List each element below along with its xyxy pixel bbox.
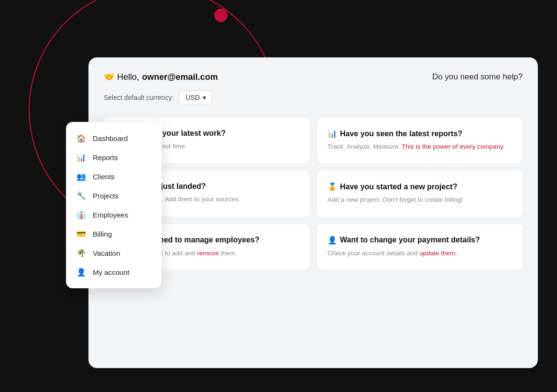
sidebar-item-clients-label: Clients	[93, 173, 115, 181]
user-email: owner@email.com	[142, 72, 218, 82]
greeting: 🤝 Hello, owner@email.com	[104, 72, 218, 82]
greeting-emoji: 🤝	[104, 72, 114, 82]
medal-icon: 🏅	[328, 182, 337, 191]
reports-desc-highlight: This is the power of every company.	[402, 143, 504, 150]
card-payment-title: 👤 Want to change your payment details?	[328, 236, 512, 245]
currency-value: USD	[186, 94, 200, 101]
sidebar-item-projects[interactable]: 🔧 Projects	[66, 186, 162, 205]
chevron-down-icon: ▾	[203, 94, 206, 101]
header-row: 🤝 Hello, owner@email.com Do you need som…	[104, 72, 523, 82]
employees-icon: 👔	[76, 210, 86, 219]
sidebar-item-employees-label: Employees	[93, 211, 128, 219]
sidebar-item-employees[interactable]: 👔 Employees	[66, 205, 162, 224]
card-new-project-desc: Add a new project. Don't forget to creat…	[328, 195, 512, 205]
update-link[interactable]: update them.	[419, 250, 457, 257]
sidebar-item-billing-label: Billing	[93, 230, 112, 238]
currency-select[interactable]: USD ▾	[179, 91, 212, 104]
help-text: Do you need some help?	[432, 72, 523, 82]
my-account-icon: 👤	[76, 267, 86, 277]
sidebar-item-vacation-label: Vacation	[93, 249, 120, 257]
card-new-project: 🏅 Have you started a new project? Add a …	[317, 171, 523, 216]
vacation-icon: 🌴	[76, 248, 86, 258]
currency-row: Select default currency: USD ▾	[104, 91, 523, 104]
card-payment: 👤 Want to change your payment details? C…	[317, 224, 523, 270]
sidebar-menu: 🏠 Dashboard 📊 Reports 👥 Clients 🔧 Projec…	[66, 122, 162, 288]
clients-icon: 👥	[76, 172, 86, 181]
greeting-text: Hello,	[117, 72, 139, 82]
deco-dot	[214, 9, 228, 22]
sidebar-item-vacation[interactable]: 🌴 Vacation	[66, 243, 162, 262]
currency-label: Select default currency:	[104, 94, 174, 101]
sidebar-item-dashboard[interactable]: 🏠 Dashboard	[66, 129, 162, 148]
card-payment-desc: Check your account details and update th…	[328, 249, 512, 258]
sidebar-item-dashboard-label: Dashboard	[93, 134, 128, 142]
card-reports: 📊 Have you seen the latest reports? Trac…	[317, 118, 523, 163]
home-icon: 🏠	[76, 133, 86, 143]
sidebar-item-clients[interactable]: 👥 Clients	[66, 167, 162, 186]
reports-icon: 📊	[328, 129, 337, 138]
sidebar-item-my-account[interactable]: 👤 My account	[66, 262, 162, 282]
sidebar-item-reports[interactable]: 📊 Reports	[66, 148, 162, 167]
card-reports-title: 📊 Have you seen the latest reports?	[328, 129, 512, 138]
user-icon: 👤	[328, 236, 337, 245]
billing-icon: 💳	[76, 229, 86, 239]
sidebar-item-my-account-label: My account	[93, 268, 130, 276]
sidebar-item-reports-label: Reports	[93, 153, 118, 162]
remove-link[interactable]: remove	[197, 250, 218, 257]
cards-grid: Ready to log your latest work? Click and…	[104, 118, 523, 270]
card-reports-desc: Track. Analyze. Measure. This is the pow…	[328, 142, 512, 152]
sidebar-item-projects-label: Projects	[93, 192, 119, 200]
reports-nav-icon: 📊	[76, 152, 86, 162]
sidebar-item-billing[interactable]: 💳 Billing	[66, 224, 162, 243]
projects-icon: 🔧	[76, 191, 86, 200]
card-new-project-title: 🏅 Have you started a new project?	[328, 182, 512, 191]
